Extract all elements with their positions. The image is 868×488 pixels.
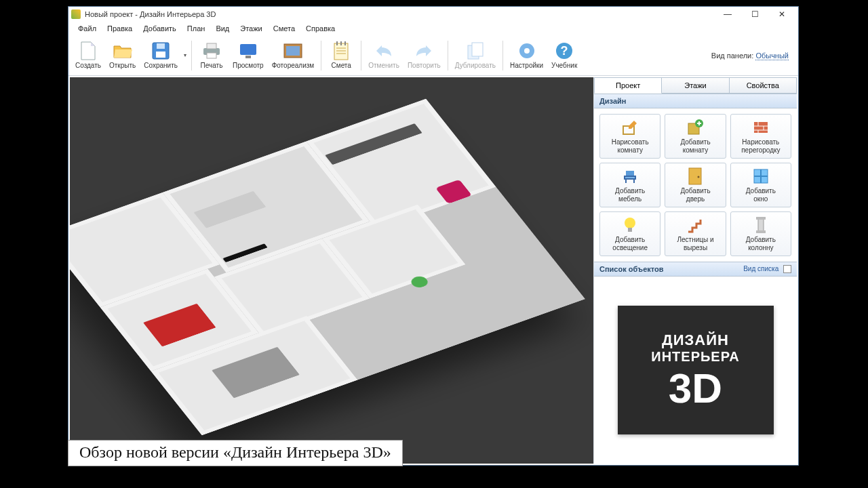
svg-rect-7 bbox=[245, 56, 251, 58]
add-light-label: Добавитьосвещение bbox=[612, 236, 648, 251]
object-list-area: ДИЗАЙН ИНТЕРЬЕРА 3D bbox=[594, 277, 797, 464]
redo-button[interactable]: Повторить bbox=[403, 37, 445, 75]
door-icon bbox=[686, 167, 704, 185]
svg-rect-2 bbox=[157, 43, 165, 49]
menu-floors[interactable]: Этажи bbox=[235, 23, 267, 34]
svg-rect-28 bbox=[628, 228, 632, 232]
monitor-icon bbox=[239, 41, 258, 60]
undo-icon bbox=[374, 41, 393, 60]
redo-label: Повторить bbox=[408, 62, 441, 69]
maximize-button[interactable]: ☐ bbox=[741, 7, 768, 22]
svg-rect-15 bbox=[472, 43, 483, 56]
menu-view[interactable]: Вид bbox=[210, 23, 235, 34]
preview-label: Просмотр bbox=[233, 62, 264, 69]
save-icon bbox=[151, 41, 170, 60]
menu-file[interactable]: Файл bbox=[73, 23, 102, 34]
objects-header-label: Список объектов bbox=[599, 265, 663, 273]
pencil-room-icon bbox=[621, 119, 639, 136]
new-file-icon bbox=[79, 41, 98, 60]
minimize-button[interactable]: — bbox=[714, 7, 741, 22]
close-button[interactable]: ✕ bbox=[768, 7, 795, 22]
toolbar: Создать Открыть Сохранить ▾ Печать bbox=[68, 35, 798, 76]
help-label: Учебник bbox=[551, 62, 577, 69]
save-button[interactable]: Сохранить bbox=[140, 37, 182, 75]
undo-label: Отменить bbox=[368, 62, 399, 69]
panel-type-label: Вид панели: bbox=[711, 52, 756, 60]
add-window-label: Добавитьокно bbox=[746, 187, 776, 203]
panel-type: Вид панели: Обычный bbox=[711, 52, 795, 60]
save-label: Сохранить bbox=[144, 62, 178, 69]
menu-estimate[interactable]: Смета bbox=[268, 23, 300, 34]
panel-type-link[interactable]: Обычный bbox=[755, 52, 789, 60]
printer-icon bbox=[202, 41, 221, 60]
draw-wall-label: Нарисоватьперегородку bbox=[741, 138, 780, 154]
settings-button[interactable]: Настройки bbox=[506, 37, 547, 75]
svg-rect-9 bbox=[286, 46, 300, 56]
svg-rect-29 bbox=[758, 219, 764, 231]
redo-icon bbox=[414, 41, 433, 60]
stairs-label: Лестницы ивырезы bbox=[677, 236, 713, 251]
svg-rect-13 bbox=[344, 41, 346, 45]
folder-open-icon bbox=[113, 41, 132, 60]
titlebar: Новый проект - Дизайн Интерьера 3D — ☐ ✕ bbox=[68, 7, 798, 22]
toolbar-separator bbox=[191, 41, 192, 70]
add-column-button[interactable]: Добавитьколонну bbox=[730, 211, 791, 256]
svg-point-27 bbox=[625, 218, 635, 228]
svg-rect-30 bbox=[756, 217, 766, 220]
add-furniture-button[interactable]: Добавитьмебель bbox=[599, 163, 660, 207]
add-door-button[interactable]: Добавитьдверь bbox=[665, 163, 726, 207]
create-button[interactable]: Создать bbox=[71, 37, 105, 75]
menubar: Файл Правка Добавить План Вид Этажи Смет… bbox=[68, 22, 798, 35]
list-view-label: Вид списка bbox=[743, 265, 778, 272]
photoreal-label: Фотореализм bbox=[272, 62, 315, 69]
tab-project[interactable]: Проект bbox=[594, 77, 662, 94]
side-panel: Проект Этажи Свойства Дизайн Нарисоватьк… bbox=[593, 77, 797, 464]
3d-viewport[interactable] bbox=[70, 77, 593, 464]
toolbar-separator bbox=[321, 41, 321, 70]
toolbar-separator bbox=[502, 41, 503, 70]
estimate-button[interactable]: Смета bbox=[324, 37, 358, 75]
design-grid: Нарисоватькомнату Добавитькомнату Нарисо… bbox=[594, 108, 797, 262]
menu-plan[interactable]: План bbox=[182, 23, 211, 34]
estimate-label: Смета bbox=[332, 62, 351, 69]
stairs-button[interactable]: Лестницы ивырезы bbox=[665, 211, 726, 256]
design-header-label: Дизайн bbox=[599, 97, 626, 105]
undo-button[interactable]: Отменить bbox=[364, 37, 403, 75]
menu-help[interactable]: Справка bbox=[300, 23, 340, 34]
add-window-button[interactable]: Добавитьокно bbox=[730, 163, 791, 207]
save-dropdown[interactable]: ▾ bbox=[182, 37, 189, 75]
svg-point-17 bbox=[524, 48, 530, 54]
open-button[interactable]: Открыть bbox=[105, 37, 140, 75]
lightbulb-icon bbox=[621, 216, 639, 234]
promo-banner: ДИЗАЙН ИНТЕРЬЕРА 3D bbox=[618, 306, 774, 434]
menu-add[interactable]: Добавить bbox=[138, 23, 182, 34]
content-area: Проект Этажи Свойства Дизайн Нарисоватьк… bbox=[68, 76, 798, 465]
svg-rect-31 bbox=[756, 230, 766, 233]
tab-properties[interactable]: Свойства bbox=[730, 77, 797, 94]
add-furniture-label: Добавитьмебель bbox=[615, 187, 645, 203]
add-light-button[interactable]: Добавитьосвещение bbox=[599, 211, 660, 256]
svg-rect-5 bbox=[207, 53, 216, 58]
create-label: Создать bbox=[75, 62, 101, 69]
svg-rect-23 bbox=[754, 122, 768, 133]
duplicate-button[interactable]: Дублировать bbox=[451, 37, 500, 75]
brick-wall-icon bbox=[752, 119, 770, 136]
svg-rect-14 bbox=[468, 45, 479, 59]
help-button[interactable]: ? Учебник bbox=[547, 37, 581, 75]
svg-rect-1 bbox=[156, 52, 165, 58]
tab-floors[interactable]: Этажи bbox=[662, 77, 729, 94]
draw-wall-button[interactable]: Нарисоватьперегородку bbox=[730, 114, 791, 159]
add-door-label: Добавитьдверь bbox=[680, 187, 710, 203]
photoreal-button[interactable]: Фотореализм bbox=[268, 37, 319, 75]
preview-button[interactable]: Просмотр bbox=[229, 37, 268, 75]
svg-rect-4 bbox=[207, 43, 216, 49]
notepad-icon bbox=[332, 41, 351, 60]
draw-room-label: Нарисоватькомнату bbox=[612, 138, 649, 154]
list-view-toggle[interactable]: Вид списка bbox=[743, 265, 791, 273]
svg-rect-11 bbox=[336, 41, 338, 45]
print-button[interactable]: Печать bbox=[195, 37, 229, 75]
add-room-button[interactable]: Добавитькомнату bbox=[665, 114, 726, 159]
column-icon bbox=[752, 216, 770, 234]
draw-room-button[interactable]: Нарисоватькомнату bbox=[599, 114, 660, 159]
menu-edit[interactable]: Правка bbox=[102, 23, 138, 34]
